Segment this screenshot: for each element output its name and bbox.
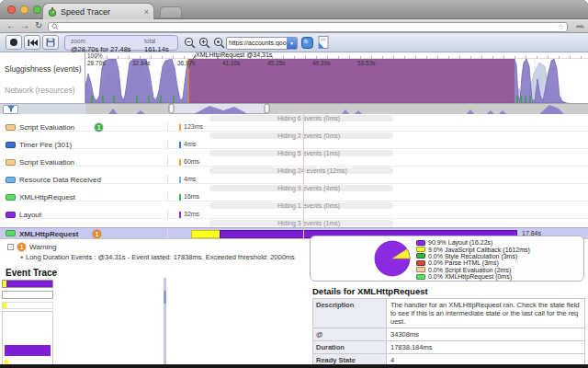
trace-bar-child[interactable]: [2, 302, 53, 309]
legend-item: 0.0% XMLHttpRequest (0ms): [416, 273, 530, 280]
breakdown-panel: 90.9% Layout (16.22s) 9.0% JavaScript Ca…: [310, 236, 584, 282]
details-heading: Details for XMLHttpRequest: [312, 286, 428, 296]
trace-bar-container[interactable]: [2, 311, 53, 365]
zoom-in-button[interactable]: [198, 37, 210, 49]
save-icon: [46, 38, 55, 47]
event-duration: 60ms: [184, 158, 199, 165]
event-color-swatch: [6, 124, 16, 131]
skip-back-icon: [28, 39, 38, 47]
events-table: Hiding 6 events (0ms) Script Evaluation …: [0, 114, 588, 238]
hiding-row[interactable]: Hiding 1 events (0ms): [0, 201, 588, 210]
hiding-row[interactable]: Hiding 6 events (0ms): [0, 114, 588, 122]
event-duration: 123ms: [184, 123, 203, 130]
bookmark-star-icon[interactable]: ☆: [558, 23, 564, 31]
details-row: DescriptionThe handler for an XMLHttpReq…: [313, 299, 585, 328]
tick-label: 28.70s: [87, 60, 106, 66]
page-url-value: https://accounts.google.c: [227, 40, 287, 46]
event-color-swatch: [6, 212, 16, 218]
event-color-swatch: [6, 159, 16, 166]
bullet-icon: ●: [20, 254, 23, 259]
event-row[interactable]: Script Evaluation 1 123ms: [0, 122, 588, 132]
report-icon[interactable]: [318, 36, 329, 49]
browser-toolbar: ← → ↻ ☆: [0, 19, 588, 33]
page-url-select[interactable]: https://accounts.google.c ▼: [226, 37, 298, 50]
tab-bar: Speed Tracer ×: [0, 0, 588, 19]
total-label: total: [144, 38, 155, 44]
tick-label: 32.84s: [132, 60, 151, 66]
close-window-button[interactable]: [7, 6, 16, 14]
events-marker-line: [303, 114, 304, 238]
address-bar[interactable]: ☆: [48, 22, 568, 32]
javascript-callback-bar: [191, 230, 220, 238]
event-row[interactable]: Timer Fire (301) 4ms: [0, 140, 588, 149]
legend-item: 9.0% JavaScript Callback (1612ms): [416, 246, 530, 252]
details-row: @34308ms: [313, 328, 585, 341]
maximize-window-button[interactable]: [33, 6, 41, 14]
event-trace-heading: Event Trace: [6, 268, 57, 278]
breakdown-pie-chart: [373, 239, 412, 278]
forward-button[interactable]: →: [20, 20, 29, 30]
hiding-row[interactable]: Hiding 3 events (1ms): [0, 219, 588, 227]
record-button[interactable]: [6, 35, 22, 50]
collapse-icon[interactable]: -: [7, 244, 14, 250]
event-row[interactable]: XMLHttpRequest 16ms: [0, 192, 588, 201]
sluggishness-graph[interactable]: [85, 59, 588, 103]
details-table: DescriptionThe handler for an XMLHttpReq…: [312, 298, 585, 368]
warning-group[interactable]: - 1 Warning: [7, 243, 57, 251]
zoom-reset-button[interactable]: [213, 37, 225, 49]
tick-label: 41.10s: [222, 60, 241, 66]
timeline-annotation: XMLHttpRequest @34.31s: [196, 52, 272, 58]
tick-label: 49.39s: [312, 60, 331, 66]
hiding-row[interactable]: Hiding 24 events (12ms): [0, 167, 588, 175]
splitter-handle[interactable]: [164, 278, 166, 368]
tab-speed-tracer[interactable]: Speed Tracer ×: [42, 3, 154, 19]
event-row[interactable]: Resource Data Received 4ms: [0, 175, 588, 184]
legend-item: 0.0% Parse HTML (3ms): [416, 259, 530, 266]
funnel-icon: [7, 106, 15, 112]
timeline-percent-label: 100%: [87, 52, 103, 59]
tick-label: 36.97s: [177, 60, 196, 66]
tick-label: 53.53s: [357, 60, 376, 66]
event-row[interactable]: Layout 32ms: [0, 210, 588, 219]
warning-message-row[interactable]: ●Long Duration Events : @34.31s - Event …: [20, 253, 295, 261]
bottom-border: [0, 364, 588, 368]
hiding-row[interactable]: Hiding 5 events (1ms): [0, 149, 588, 157]
minimize-window-button[interactable]: [20, 6, 28, 14]
trace-bar-javascript-callback[interactable]: [2, 291, 53, 299]
zoom-total-readout: zoom @28.70s for 27.48s total 161.14s: [64, 35, 178, 51]
new-tab-button[interactable]: [160, 6, 182, 18]
trace-bar-xmlhttprequest[interactable]: [2, 280, 53, 288]
scrubber-handle-left[interactable]: [169, 104, 174, 113]
stopwatch-icon: [48, 7, 57, 17]
network-row-label[interactable]: Network (resources): [5, 86, 75, 95]
event-row[interactable]: Script Evaluation 60ms: [0, 157, 588, 167]
save-button[interactable]: [42, 35, 59, 50]
back-button[interactable]: ←: [6, 20, 16, 30]
zoom-out-button[interactable]: [184, 37, 196, 49]
reset-button[interactable]: [24, 35, 40, 50]
event-duration: 16ms: [184, 193, 199, 200]
resource-icon[interactable]: [301, 37, 313, 49]
warning-message: Long Duration Events : @34.31s - Event l…: [26, 253, 295, 261]
hiding-row[interactable]: Hiding 9 events (4ms): [0, 184, 588, 192]
timeline-scrubber[interactable]: [85, 103, 588, 114]
hiding-row[interactable]: Hiding 2 events (0ms): [0, 132, 588, 140]
filter-button[interactable]: [3, 105, 18, 114]
event-count-badge: 1: [93, 230, 101, 238]
sluggishness-row-label[interactable]: Sluggishness (events): [5, 64, 82, 74]
search-icon: [51, 23, 59, 30]
close-tab-icon[interactable]: ×: [144, 7, 149, 17]
scrubber-handle-right[interactable]: [265, 104, 269, 113]
wrench-icon[interactable]: [575, 22, 584, 30]
event-color-swatch: [6, 194, 16, 201]
details-row: Duration17838.184ms: [313, 341, 585, 354]
address-input[interactable]: [62, 23, 555, 31]
event-duration: 32ms: [184, 211, 199, 217]
legend-item: 0.0% Style Recalculation (3ms): [416, 253, 530, 259]
chevron-down-icon: ▼: [287, 38, 297, 49]
event-duration: 4ms: [184, 141, 196, 147]
legend-item: 0.0% Script Evaluation (2ms): [416, 267, 530, 273]
warning-title: Warning: [29, 243, 57, 251]
reload-button[interactable]: ↻: [35, 20, 42, 30]
event-color-swatch: [6, 142, 16, 148]
